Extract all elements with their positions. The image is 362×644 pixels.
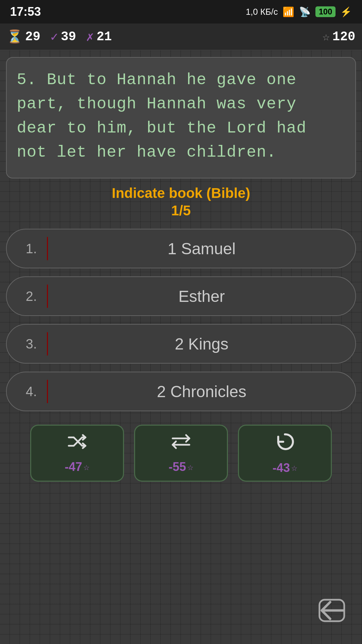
swap-button[interactable]: -55 ☆	[134, 425, 228, 482]
wrong-count: 21	[97, 30, 112, 44]
charging-icon: ⚡	[340, 6, 352, 17]
signal-icon: 📶	[283, 6, 294, 17]
question-title: Indicate book (Bible)	[0, 185, 362, 201]
stat-pending: ⏳ 29	[7, 29, 41, 45]
refresh-icon	[275, 432, 295, 458]
answer-4-num: 4.	[7, 384, 40, 399]
answer-1-divider	[47, 237, 48, 260]
skip-cost: -47	[65, 460, 82, 474]
answer-2-num: 2.	[7, 289, 40, 304]
answer-3-divider	[47, 332, 48, 356]
answer-2-divider	[47, 284, 48, 308]
answer-2[interactable]: 2. Esther	[6, 276, 356, 316]
answer-3-num: 3.	[7, 336, 40, 352]
back-arrow-icon	[317, 597, 347, 624]
wifi-icon: 📡	[299, 6, 311, 17]
answer-4[interactable]: 4. 2 Chronicles	[6, 372, 356, 411]
answer-3[interactable]: 3. 2 Kings	[6, 324, 356, 364]
refresh-button[interactable]: -43 ☆	[238, 425, 332, 482]
battery-indicator: 100	[315, 6, 336, 17]
answer-2-label: Esther	[55, 287, 355, 306]
answer-4-divider	[47, 380, 48, 403]
stats-row: ⏳ 29 ✓ 39 ✗ 21 ☆ 120	[0, 23, 362, 50]
check-icon: ✓	[51, 29, 58, 45]
skip-button[interactable]: -47 ☆	[30, 425, 124, 482]
action-row: -47 ☆ -55 ☆ -43 ☆	[6, 425, 356, 482]
stars-count: 120	[333, 30, 355, 44]
back-button[interactable]	[315, 594, 349, 627]
answer-4-label: 2 Chronicles	[55, 382, 355, 401]
star-icon: ☆	[322, 30, 330, 44]
network-speed: 1,0 КБ/с	[246, 7, 278, 17]
swap-star-icon: ☆	[187, 461, 193, 473]
question-counter: 1/5	[0, 203, 362, 219]
verse-card: 5. But to Hannah he gave one part, thoug…	[6, 57, 356, 178]
answer-3-label: 2 Kings	[55, 335, 355, 353]
skip-star-icon: ☆	[83, 461, 89, 473]
swap-cost: -55	[169, 460, 186, 474]
status-bar: 17:53 1,0 КБ/с 📶 📡 100 ⚡	[0, 0, 362, 23]
question-section: Indicate book (Bible) 1/5	[0, 185, 362, 219]
stat-wrong: ✗ 21	[86, 29, 112, 45]
verse-text: 5. But to Hannah he gave one part, thoug…	[17, 68, 345, 164]
refresh-cost: -43	[273, 461, 290, 475]
answer-1-label: 1 Samuel	[55, 239, 355, 258]
answers-container: 1. 1 Samuel 2. Esther 3. 2 Kings 4. 2 Ch…	[6, 229, 356, 411]
answer-1-num: 1.	[7, 241, 40, 256]
status-right-icons: 1,0 КБ/с 📶 📡 100 ⚡	[246, 6, 352, 17]
stat-stars: ☆ 120	[322, 30, 355, 44]
swap-icon	[171, 432, 191, 457]
pending-count: 29	[25, 30, 41, 44]
refresh-star-icon: ☆	[291, 462, 297, 474]
answer-1[interactable]: 1. 1 Samuel	[6, 229, 356, 268]
stat-correct: ✓ 39	[51, 29, 76, 45]
hourglass-icon: ⏳	[7, 29, 22, 45]
x-icon: ✗	[86, 29, 94, 45]
status-time: 17:53	[10, 5, 41, 19]
correct-count: 39	[61, 30, 76, 44]
skip-icon	[67, 432, 87, 457]
